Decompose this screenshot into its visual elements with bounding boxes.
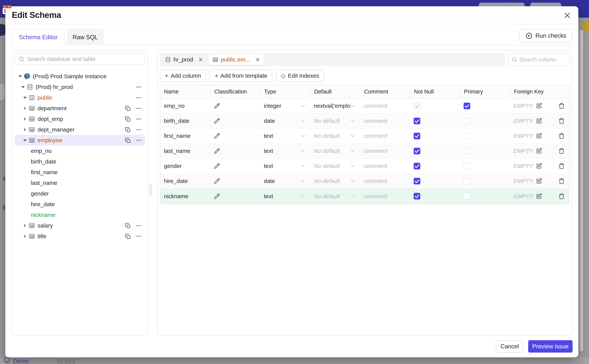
tree-item-department[interactable]: department	[15, 103, 145, 114]
comment-input[interactable]: comment	[360, 174, 410, 188]
default-select[interactable]: No default	[310, 129, 360, 143]
tree-item-nickname[interactable]: nickname	[15, 210, 145, 220]
type-select[interactable]: text	[260, 143, 310, 158]
delete-column-icon[interactable]	[554, 143, 569, 158]
tree-item-dept_manager[interactable]: dept_manager	[15, 124, 145, 135]
tree-item-dept_emp[interactable]: dept_emp	[15, 114, 145, 124]
classification-edit-icon[interactable]	[210, 98, 260, 113]
copy-icon[interactable]	[125, 105, 131, 111]
type-select[interactable]: text	[260, 159, 310, 173]
not-null-checkbox[interactable]	[410, 98, 460, 113]
default-select[interactable]: No default	[310, 113, 360, 128]
edit-foreign-key-icon[interactable]	[536, 103, 542, 109]
cancel-button[interactable]: Cancel	[496, 340, 523, 353]
edit-foreign-key-icon[interactable]	[536, 133, 542, 139]
delete-column-icon[interactable]	[554, 189, 569, 204]
checkbox[interactable]	[414, 193, 420, 200]
column-name-input[interactable]: last_name	[160, 143, 210, 158]
tree-search[interactable]	[15, 53, 145, 65]
close-tab-icon[interactable]: ✕	[255, 56, 260, 63]
more-menu-icon[interactable]	[136, 127, 142, 133]
default-select[interactable]: No default	[310, 143, 360, 158]
tab-chip-hr-prod[interactable]: hr_prod ✕	[161, 54, 207, 65]
foreign-key-cell[interactable]: EMPTY	[510, 189, 554, 204]
primary-checkbox[interactable]	[460, 159, 510, 173]
tree-item-employee[interactable]: employee	[15, 135, 145, 146]
close-icon[interactable]	[563, 11, 571, 20]
comment-input[interactable]: comment	[360, 98, 410, 113]
demo-link[interactable]: Demo	[3, 357, 29, 364]
delete-column-icon[interactable]	[554, 129, 569, 143]
classification-edit-icon[interactable]	[210, 159, 260, 173]
comment-input[interactable]: comment	[360, 143, 410, 158]
checkbox[interactable]	[464, 118, 470, 124]
default-select[interactable]: nextval('employ	[310, 98, 360, 113]
column-search-input[interactable]	[519, 57, 566, 63]
classification-edit-icon[interactable]	[210, 129, 260, 143]
type-select[interactable]: date	[260, 174, 310, 188]
checkbox[interactable]	[464, 178, 470, 184]
classification-edit-icon[interactable]	[210, 143, 260, 158]
more-menu-icon[interactable]	[136, 84, 142, 90]
edit-indexes-button[interactable]: ◇ Edit indexes	[276, 70, 324, 82]
delete-column-icon[interactable]	[554, 98, 569, 113]
edit-foreign-key-icon[interactable]	[536, 178, 542, 184]
edit-foreign-key-icon[interactable]	[536, 148, 542, 154]
caret-down-icon[interactable]	[17, 75, 23, 78]
more-menu-icon[interactable]	[136, 137, 142, 143]
column-search[interactable]	[508, 53, 569, 66]
foreign-key-cell[interactable]: EMPTY	[510, 143, 554, 158]
caret-right-icon[interactable]	[22, 224, 28, 227]
checkbox[interactable]	[464, 148, 470, 154]
more-menu-icon[interactable]	[136, 105, 142, 111]
tree-item-emp_no[interactable]: emp_no	[15, 146, 145, 156]
scrollbar[interactable]	[580, 30, 583, 351]
comment-input[interactable]: comment	[360, 159, 410, 173]
type-select[interactable]: text	[260, 129, 310, 143]
not-null-checkbox[interactable]	[410, 113, 460, 128]
classification-edit-icon[interactable]	[210, 174, 260, 188]
caret-right-icon[interactable]	[22, 128, 28, 131]
primary-checkbox[interactable]	[460, 143, 510, 158]
tree-item-first_name[interactable]: first_name	[15, 167, 145, 178]
not-null-checkbox[interactable]	[410, 159, 460, 173]
caret-down-icon[interactable]	[22, 139, 28, 142]
delete-column-icon[interactable]	[554, 174, 569, 188]
foreign-key-cell[interactable]: EMPTY	[510, 174, 554, 188]
copy-icon[interactable]	[125, 233, 131, 239]
copy-icon[interactable]	[125, 222, 131, 229]
preview-issue-button[interactable]: Preview issue	[528, 340, 573, 353]
add-from-template-button[interactable]: + Add from template	[210, 70, 272, 82]
checkbox[interactable]	[414, 103, 420, 109]
foreign-key-cell[interactable]: EMPTY	[510, 98, 554, 113]
copy-icon[interactable]	[125, 127, 131, 133]
checkbox[interactable]	[414, 118, 420, 124]
column-name-input[interactable]: hire_date	[160, 174, 210, 188]
more-menu-icon[interactable]	[136, 116, 142, 122]
type-select[interactable]: date	[260, 113, 310, 128]
checkbox[interactable]	[464, 193, 470, 200]
default-select[interactable]: No default	[310, 189, 360, 204]
not-null-checkbox[interactable]	[410, 143, 460, 158]
edit-foreign-key-icon[interactable]	[536, 163, 542, 169]
tree-item-public[interactable]: public	[15, 92, 145, 103]
foreign-key-cell[interactable]: EMPTY	[510, 113, 554, 128]
type-select[interactable]: integer	[260, 98, 310, 113]
column-name-input[interactable]: birth_date	[160, 113, 210, 128]
tab-schema-editor[interactable]: Schema Editor	[12, 29, 65, 45]
not-null-checkbox[interactable]	[410, 174, 460, 188]
column-name-input[interactable]: nickname	[160, 189, 210, 204]
type-select[interactable]: text	[260, 189, 310, 204]
checkbox[interactable]	[414, 133, 420, 139]
classification-edit-icon[interactable]	[210, 189, 260, 204]
column-name-input[interactable]: first_name	[160, 129, 210, 143]
column-name-input[interactable]: gender	[160, 159, 210, 173]
default-select[interactable]: No default	[310, 174, 360, 188]
primary-checkbox[interactable]	[460, 174, 510, 188]
edit-foreign-key-icon[interactable]	[536, 193, 542, 200]
tree-item--prod-prod-sample-instance[interactable]: (Prod) Prod Sample Instance	[15, 71, 145, 82]
primary-checkbox[interactable]	[460, 189, 510, 204]
primary-checkbox[interactable]	[460, 113, 510, 128]
delete-column-icon[interactable]	[554, 159, 569, 173]
more-menu-icon[interactable]	[136, 233, 142, 239]
